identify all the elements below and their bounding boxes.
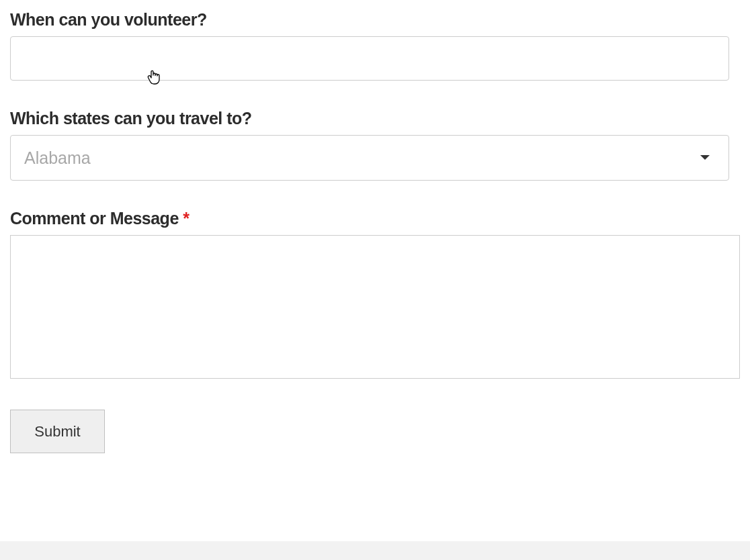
submit-button[interactable]: Submit	[10, 410, 105, 453]
states-select[interactable]: Alabama	[10, 135, 729, 181]
comment-label-text: Comment or Message	[10, 209, 183, 228]
comment-textarea[interactable]	[10, 235, 740, 379]
required-asterisk: *	[183, 209, 189, 228]
states-label: Which states can you travel to?	[10, 109, 740, 128]
comment-label: Comment or Message *	[10, 209, 740, 228]
states-field-group: Which states can you travel to? Alabama	[10, 109, 740, 181]
volunteer-field-group: When can you volunteer?	[10, 10, 740, 81]
volunteer-label: When can you volunteer?	[10, 10, 740, 30]
volunteer-input[interactable]	[10, 36, 729, 81]
states-select-wrapper: Alabama	[10, 135, 729, 181]
comment-field-group: Comment or Message *	[10, 209, 740, 381]
footer-band	[0, 541, 750, 560]
states-selected-value: Alabama	[24, 148, 91, 168]
